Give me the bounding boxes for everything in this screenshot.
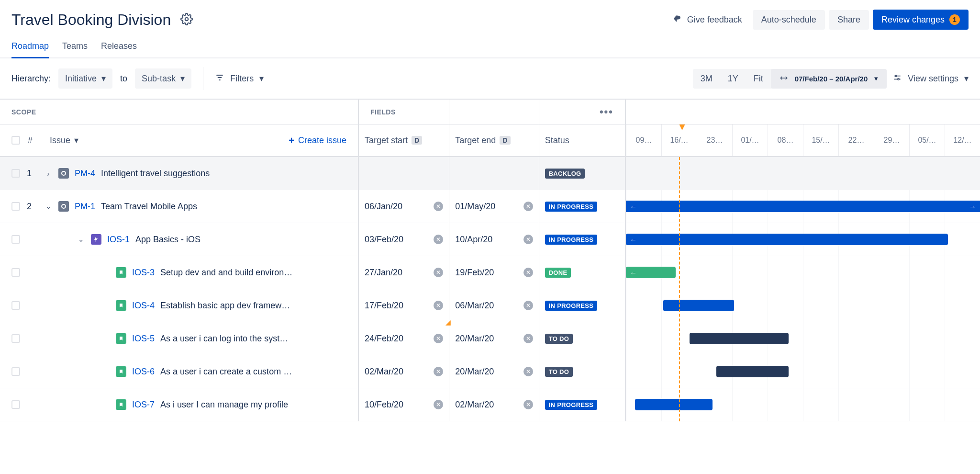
- row-checkbox[interactable]: [11, 268, 20, 277]
- view-settings-button[interactable]: View settings ▾: [892, 73, 969, 85]
- clear-icon[interactable]: ✕: [434, 301, 443, 310]
- give-feedback-button[interactable]: Give feedback: [666, 11, 749, 28]
- gantt-bar[interactable]: [663, 300, 734, 311]
- clear-icon[interactable]: ✕: [434, 334, 443, 343]
- row-checkbox[interactable]: [11, 400, 20, 409]
- hierarchy-to-dropdown[interactable]: Sub-task ▾: [135, 68, 191, 89]
- range-1y[interactable]: 1Y: [720, 69, 746, 89]
- cell-status[interactable]: BACKLOG: [539, 157, 625, 190]
- hierarchy-label: Hierarchy:: [11, 74, 51, 84]
- cell-start[interactable]: [359, 157, 449, 190]
- clear-icon[interactable]: ✕: [523, 334, 533, 343]
- row-checkbox[interactable]: [11, 169, 20, 178]
- chevron-right-icon[interactable]: ›: [44, 169, 53, 178]
- chevron-down-icon[interactable]: ⌄: [77, 235, 85, 244]
- tab-releases[interactable]: Releases: [101, 41, 137, 57]
- column-target-start[interactable]: Target start D: [359, 124, 449, 157]
- clear-icon[interactable]: ✕: [523, 202, 533, 211]
- column-issue[interactable]: Issue ▾: [50, 135, 78, 146]
- cell-status[interactable]: IN PROGRESS: [539, 223, 625, 256]
- cell-start[interactable]: 06/Jan/20✕: [359, 190, 449, 223]
- issue-key[interactable]: IOS-1: [107, 235, 130, 245]
- clear-icon[interactable]: ✕: [434, 367, 443, 376]
- select-all-checkbox[interactable]: [11, 136, 20, 145]
- issue-key[interactable]: IOS-4: [132, 301, 155, 311]
- table-row[interactable]: IOS-4 Establish basic app dev framew…: [0, 289, 358, 322]
- cell-end[interactable]: 20/Mar/20✕: [449, 355, 538, 388]
- clear-icon[interactable]: ✕: [434, 268, 443, 277]
- gantt-bar[interactable]: [690, 333, 789, 344]
- filters-button[interactable]: Filters ▾: [215, 73, 264, 85]
- range-3m[interactable]: 3M: [693, 69, 720, 89]
- issue-key[interactable]: IOS-7: [132, 400, 155, 410]
- row-checkbox[interactable]: [11, 301, 20, 310]
- clear-icon[interactable]: ✕: [523, 400, 533, 409]
- svg-point-9: [62, 204, 66, 208]
- gantt-bar[interactable]: [626, 234, 948, 245]
- clear-icon[interactable]: ✕: [434, 235, 443, 244]
- cell-start[interactable]: 03/Feb/20✕: [359, 223, 449, 256]
- today-marker-icon: [679, 124, 685, 130]
- column-target-end[interactable]: Target end D: [449, 124, 538, 157]
- cell-start[interactable]: 02/Mar/20✕: [359, 355, 449, 388]
- table-row[interactable]: IOS-6 As a user i can create a custom …: [0, 355, 358, 388]
- cell-status[interactable]: IN PROGRESS: [539, 289, 625, 322]
- row-checkbox[interactable]: [11, 235, 20, 244]
- cell-end[interactable]: 06/Mar/20✕: [449, 289, 538, 322]
- cell-start[interactable]: 10/Feb/20✕: [359, 388, 449, 421]
- issue-key[interactable]: PM-1: [75, 202, 95, 212]
- clear-icon[interactable]: ✕: [523, 301, 533, 310]
- row-checkbox[interactable]: [11, 334, 20, 343]
- issue-key[interactable]: PM-4: [75, 169, 95, 179]
- range-fit[interactable]: Fit: [746, 69, 771, 89]
- tab-teams[interactable]: Teams: [62, 41, 88, 57]
- cell-start[interactable]: 27/Jan/20✕: [359, 256, 449, 289]
- hierarchy-to-label: to: [120, 74, 127, 84]
- table-row[interactable]: IOS-5 As a user i can log into the syst…: [0, 322, 358, 355]
- review-changes-button[interactable]: Review changes 1: [873, 10, 969, 30]
- date-range-picker[interactable]: 07/Feb/20 – 20/Apr/20 ▾: [771, 69, 887, 89]
- cell-status[interactable]: TO DO: [539, 322, 625, 355]
- gantt-bar[interactable]: [635, 399, 713, 410]
- more-icon[interactable]: •••: [600, 106, 613, 118]
- cell-status[interactable]: IN PROGRESS: [539, 190, 625, 223]
- arrow-right-icon: [969, 203, 976, 211]
- column-status[interactable]: Status: [539, 124, 625, 157]
- clear-icon[interactable]: ✕: [523, 235, 533, 244]
- issue-title: As a user i can log into the syst…: [160, 334, 288, 344]
- issue-key[interactable]: IOS-5: [132, 334, 155, 344]
- create-issue-button[interactable]: + Create issue: [289, 135, 346, 146]
- gear-icon[interactable]: [180, 13, 193, 27]
- clear-icon[interactable]: ✕: [434, 400, 443, 409]
- tab-roadmap[interactable]: Roadmap: [11, 41, 49, 58]
- gantt-bar[interactable]: [626, 267, 676, 278]
- row-checkbox[interactable]: [11, 367, 20, 376]
- chevron-down-icon[interactable]: ⌄: [44, 202, 53, 211]
- table-row[interactable]: 2 ⌄ PM-1 Team Travel Mobile Apps: [0, 190, 358, 223]
- clear-icon[interactable]: ✕: [523, 367, 533, 376]
- share-button[interactable]: Share: [829, 10, 869, 30]
- clear-icon[interactable]: ✕: [523, 268, 533, 277]
- row-checkbox[interactable]: [11, 202, 20, 211]
- cell-end[interactable]: 19/Feb/20✕: [449, 256, 538, 289]
- cell-status[interactable]: IN PROGRESS: [539, 388, 625, 421]
- cell-start[interactable]: 24/Feb/20✕◢: [359, 322, 449, 355]
- cell-status[interactable]: TO DO: [539, 355, 625, 388]
- cell-start[interactable]: 17/Feb/20✕: [359, 289, 449, 322]
- table-row[interactable]: IOS-3 Setup dev and and build environ…: [0, 256, 358, 289]
- cell-end[interactable]: 02/Mar/20✕: [449, 388, 538, 421]
- table-row[interactable]: ⌄ IOS-1 App Basics - iOS: [0, 223, 358, 256]
- issue-key[interactable]: IOS-3: [132, 268, 155, 278]
- cell-end[interactable]: [449, 157, 538, 190]
- clear-icon[interactable]: ✕: [434, 202, 443, 211]
- cell-status[interactable]: DONE: [539, 256, 625, 289]
- auto-schedule-button[interactable]: Auto-schedule: [753, 10, 825, 30]
- gantt-bar[interactable]: [716, 366, 789, 377]
- table-row[interactable]: 1 › PM-4 Intelligent travel suggestions: [0, 157, 358, 190]
- cell-end[interactable]: 10/Apr/20✕: [449, 223, 538, 256]
- cell-end[interactable]: 01/May/20✕: [449, 190, 538, 223]
- issue-key[interactable]: IOS-6: [132, 367, 155, 377]
- table-row[interactable]: IOS-7 As i user I can manage my profile: [0, 388, 358, 421]
- hierarchy-from-dropdown[interactable]: Initiative ▾: [58, 68, 112, 89]
- cell-end[interactable]: 20/Mar/20✕: [449, 322, 538, 355]
